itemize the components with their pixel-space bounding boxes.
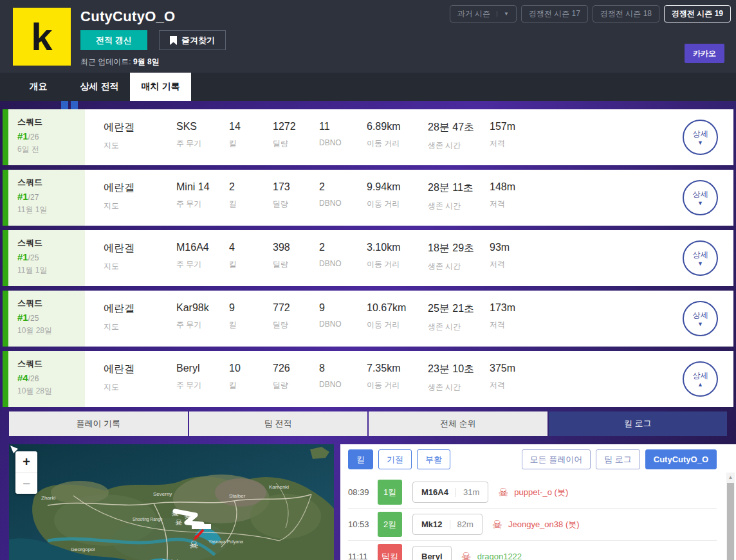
map-label: Severny — [153, 491, 172, 497]
stat-value: 9.94km — [367, 181, 428, 193]
match-detail-button[interactable]: 상세 ▲ — [683, 361, 718, 397]
stat-cell: 7.35km 이동 거리 — [367, 351, 428, 407]
kill-count-badge: 1킬 — [378, 480, 402, 505]
kill-marker-skull-icon: ☠ — [171, 508, 179, 518]
kakao-server-button[interactable]: 카카오 — [685, 44, 724, 63]
stat-value: 18분 29초 — [428, 242, 490, 255]
stat-label: DBNO — [319, 320, 367, 329]
zoom-out-button[interactable]: − — [15, 473, 37, 494]
kill-marker-skull-icon: ☠ — [184, 510, 192, 521]
season-dropdown[interactable]: 과거 시즌 ▼ — [450, 5, 517, 23]
match-detail-button[interactable]: 상세 ▼ — [683, 180, 718, 215]
team-log-button[interactable]: 팀 로그 — [596, 449, 640, 469]
match-date: 11월 1일 — [17, 265, 85, 276]
map-label: Yasnaya Polyana — [208, 539, 243, 545]
weapon-column: M16A4 주 무기 — [176, 230, 229, 286]
stat-label: 이동 거리 — [367, 380, 428, 391]
match-date: 10월 28일 — [17, 386, 85, 397]
stat-label: 킬 — [229, 380, 273, 391]
stat-label: 이동 거리 — [367, 259, 428, 270]
detail-button-wrap: 상세 ▼ — [683, 170, 733, 226]
stat-cell: 3.10km 이동 거리 — [367, 230, 428, 286]
scrollbar-thumb[interactable] — [727, 483, 734, 560]
tab-overview[interactable]: 개요 — [8, 73, 69, 101]
tab-kill-log[interactable]: 킬 로그 — [549, 411, 728, 436]
match-stats: 4 킬 398 딜량 2 DBNO 3.10km 이동 거리 18분 29초 생… — [229, 230, 538, 286]
match-stats: 2 킬 173 딜량 2 DBNO 9.94km 이동 거리 28분 11초 생… — [229, 170, 538, 226]
kill-log-entry: 08:39 1킬 M16A4 31m ☠ puppet-_o (봇) — [348, 476, 717, 509]
all-players-button[interactable]: 모든 플레이어 — [522, 449, 591, 469]
match-summary: 스쿼드 #1/25 10월 28일 — [8, 291, 85, 347]
tab-overall-ranking[interactable]: 전체 순위 — [369, 411, 547, 436]
bookmark-icon — [170, 36, 177, 45]
scroll-up-icon[interactable]: ▲ — [726, 473, 735, 482]
stat-value: 2 — [229, 181, 273, 193]
match-detail-button[interactable]: 상세 ▼ — [683, 120, 718, 155]
kill-log-section: Zharki Severny Stalber Kamenki Shooting … — [9, 444, 736, 560]
stat-value: 93m — [490, 242, 538, 253]
match-row: 스쿼드 #1/25 11월 1일 에란겔 지도 M16A4 주 무기 4 킬 3… — [3, 230, 733, 286]
match-map[interactable]: Zharki Severny Stalber Kamenki Shooting … — [9, 444, 334, 560]
stat-label: 저격 — [490, 320, 538, 330]
victim-name[interactable]: puppet-_o (봇) — [514, 487, 568, 498]
death-marker-skull-icon: ☠ — [189, 539, 198, 550]
victim-name[interactable]: Jeongye_on38 (봇) — [508, 519, 580, 530]
player-filters: 모든 플레이어 팀 로그 CutyCutyO_O — [522, 449, 717, 469]
season-19-button[interactable]: 경쟁전 시즌 19 — [664, 5, 731, 23]
victim-name[interactable]: dragon1222 — [477, 552, 522, 560]
match-row: 스쿼드 #1/25 10월 28일 에란겔 지도 Kar98k 주 무기 9 킬… — [3, 291, 733, 347]
team-roster — [538, 109, 675, 165]
detail-button-wrap: 상세 ▼ — [683, 291, 733, 347]
detail-button-wrap: 상세 ▼ — [683, 109, 733, 165]
match-row: 스쿼드 #4/26 10월 28일 에란겔 지도 Beryl 주 무기 10 킬… — [3, 351, 733, 407]
tab-play-record[interactable]: 플레이 기록 — [9, 411, 188, 436]
stat-label: DBNO — [319, 199, 367, 208]
tab-detailed-stats[interactable]: 상세 전적 — [69, 73, 130, 101]
team-roster — [538, 351, 675, 407]
tab-match-history[interactable]: 매치 기록 — [130, 73, 191, 101]
kill-count-badge: 2킬 — [378, 512, 402, 537]
tab-team-stats[interactable]: 팀 전적 — [189, 411, 368, 436]
stat-cell: 726 딜량 — [273, 351, 319, 407]
match-detail-button[interactable]: 상세 ▼ — [683, 301, 718, 336]
season-selector: 과거 시즌 ▼ 경쟁전 시즌 17 경쟁전 시즌 18 경쟁전 시즌 19 — [450, 5, 731, 23]
match-date: 6일 전 — [17, 144, 85, 155]
refresh-stats-button[interactable]: 전적 갱신 — [80, 30, 147, 50]
game-mode: 스쿼드 — [17, 177, 85, 188]
scrollbar[interactable]: ▲ — [726, 473, 735, 560]
filter-revive-button[interactable]: 부활 — [417, 449, 450, 469]
stat-value: 14 — [229, 121, 273, 132]
stat-value: 9 — [229, 302, 273, 314]
stat-cell: 772 딜량 — [273, 291, 319, 347]
skull-icon: ☠ — [461, 550, 472, 560]
stat-label: 생존 시간 — [428, 321, 490, 332]
game-mode: 스쿼드 — [17, 358, 85, 370]
map-zoom-control: + − — [15, 451, 37, 494]
stat-value: 23분 10초 — [428, 363, 490, 376]
stat-label: 딜량 — [273, 199, 319, 210]
stat-cell: 1272 딜량 — [273, 109, 319, 165]
current-player-button[interactable]: CutyCutyO_O — [645, 449, 717, 469]
favorite-label: 즐겨찾기 — [181, 35, 215, 46]
stat-cell: 8 DBNO — [319, 351, 367, 407]
stat-cell: 10.67km 이동 거리 — [367, 291, 428, 347]
match-rank: #1/25 — [17, 312, 85, 323]
filter-kill-button[interactable]: 킬 — [348, 449, 373, 469]
stat-value: 1272 — [273, 121, 319, 132]
kill-distance-wrap: 82m — [443, 519, 474, 529]
stat-cell: 9 킬 — [229, 291, 273, 347]
kill-distance: 82m — [457, 519, 474, 529]
match-summary: 스쿼드 #1/27 11월 1일 — [8, 170, 85, 226]
season-18-button[interactable]: 경쟁전 시즌 18 — [593, 5, 659, 23]
match-detail-button[interactable]: 상세 ▼ — [683, 240, 718, 276]
filter-knock-button[interactable]: 기절 — [378, 449, 412, 469]
favorite-button[interactable]: 즐겨찾기 — [159, 30, 226, 50]
zoom-in-button[interactable]: + — [15, 451, 37, 473]
stat-label: 저격 — [490, 380, 538, 391]
kill-marker-skull-icon: ☠ — [175, 518, 183, 527]
match-rank: #4/26 — [17, 372, 85, 383]
kill-log-entry: 10:53 2킬 Mk12 82m ☠ Jeongye_on38 (봇) — [348, 509, 717, 541]
season-17-button[interactable]: 경쟁전 시즌 17 — [521, 5, 588, 23]
stat-label: DBNO — [319, 259, 367, 268]
stat-value: 28분 47초 — [428, 121, 490, 134]
